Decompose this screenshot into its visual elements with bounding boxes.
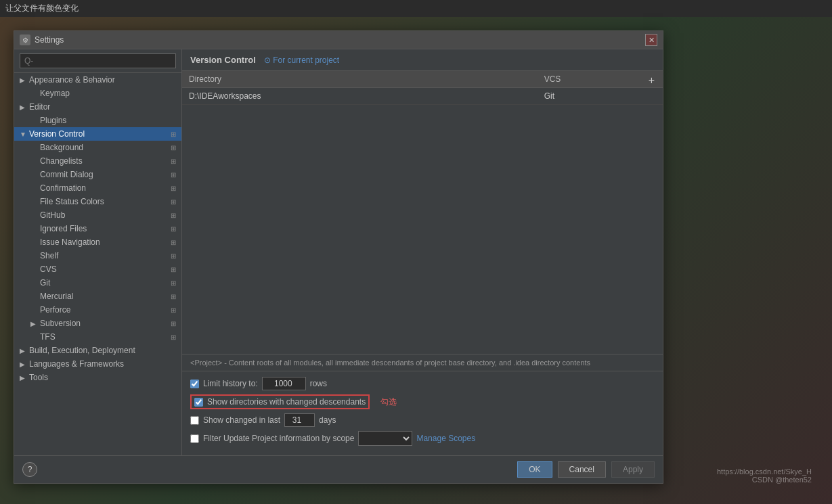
sidebar-item-tfs[interactable]: TFS⊞ <box>14 330 181 344</box>
sidebar-label-plugins: Plugins <box>40 116 173 125</box>
sidebar-suffix-issue-navigation: ⊞ <box>171 239 176 246</box>
sidebar-item-keymap[interactable]: Keymap <box>14 87 181 100</box>
sidebar-label-version-control: Version Control <box>29 129 168 139</box>
sidebar-item-confirmation[interactable]: Confirmation⊞ <box>14 181 181 195</box>
sidebar-item-plugins[interactable]: Plugins <box>14 114 181 127</box>
show-changed-label-after: days <box>319 415 336 425</box>
table-row[interactable]: D:\IDEAworkspacesGit <box>182 88 663 105</box>
sidebar-suffix-shelf: ⊞ <box>171 252 176 260</box>
sidebar-item-version-control[interactable]: ▼Version Control⊞ <box>14 127 181 141</box>
content-header: Version Control ⊙ For current project <box>182 49 663 71</box>
options-area: Limit history to: rows Show directories … <box>182 371 663 455</box>
vc-table-area: Directory VCS D:\IDEAworkspacesGit + <box>182 71 663 354</box>
search-box[interactable] <box>14 49 181 73</box>
ok-button[interactable]: OK <box>517 461 552 478</box>
sidebar-item-github[interactable]: GitHub⊞ <box>14 208 181 222</box>
sidebar-label-build-execution: Build, Execution, Deployment <box>29 346 173 355</box>
dialog-footer: ? OK Cancel Apply <box>14 455 663 483</box>
col-directory: Directory <box>182 71 538 88</box>
settings-sidebar: ▶Appearance & BehaviorKeymap▶EditorPlugi… <box>14 49 182 455</box>
sidebar-item-commit-dialog[interactable]: Commit Dialog⊞ <box>14 168 181 181</box>
sidebar-suffix-commit-dialog: ⊞ <box>171 171 176 179</box>
sidebar-item-editor[interactable]: ▶Editor <box>14 100 181 114</box>
show-changed-label-before: Show changed in last <box>203 415 280 425</box>
limit-history-checkbox[interactable] <box>190 380 199 388</box>
settings-dialog: ⚙ Settings ✕ ▶Appearance & BehaviorKeyma… <box>14 30 663 484</box>
sidebar-item-ignored-files[interactable]: Ignored Files⊞ <box>14 222 181 235</box>
sidebar-label-file-status-colors: File Status Colors <box>40 197 168 206</box>
sidebar-label-editor: Editor <box>29 102 173 112</box>
apply-button[interactable]: Apply <box>611 461 655 478</box>
sidebar-item-build-execution[interactable]: ▶Build, Execution, Deployment <box>14 344 181 357</box>
arrow-icon-editor: ▶ <box>20 104 28 111</box>
arrow-icon-tools: ▶ <box>20 374 28 382</box>
sidebar-item-appearance[interactable]: ▶Appearance & Behavior <box>14 73 181 87</box>
outer-title-text: 让父文件有颜色变化 <box>5 3 79 13</box>
watermark-line2: CSDN @theten52 <box>717 476 812 484</box>
sidebar-suffix-background: ⊞ <box>171 144 176 152</box>
current-project-link[interactable]: ⊙ For current project <box>264 55 339 65</box>
watermark: https://blog.csdn.net/Skye_H CSDN @thete… <box>717 467 812 484</box>
cell-vcs: Git <box>538 88 663 105</box>
sidebar-item-file-status-colors[interactable]: File Status Colors⊞ <box>14 195 181 208</box>
sidebar-label-appearance: Appearance & Behavior <box>29 75 173 85</box>
arrow-icon-build-execution: ▶ <box>20 347 28 354</box>
show-directories-highlight: Show directories with changed descendant… <box>190 394 370 409</box>
sidebar-label-git: Git <box>40 278 168 288</box>
footer-right: OK Cancel Apply <box>517 461 655 478</box>
dialog-body: ▶Appearance & BehaviorKeymap▶EditorPlugi… <box>14 49 663 455</box>
sidebar-suffix-subversion: ⊞ <box>171 320 176 327</box>
sidebar-suffix-changelists: ⊞ <box>171 158 176 165</box>
filter-update-checkbox[interactable] <box>190 434 199 443</box>
dialog-title-icon: ⚙ <box>20 35 30 45</box>
cell-directory: D:\IDEAworkspaces <box>182 88 538 105</box>
dialog-close-button[interactable]: ✕ <box>645 34 657 46</box>
scope-select[interactable] <box>358 431 412 446</box>
manage-scopes-link[interactable]: Manage Scopes <box>416 434 475 443</box>
sidebar-suffix-mercurial: ⊞ <box>171 293 176 300</box>
filter-update-label: Filter Update Project information by sco… <box>203 434 354 443</box>
sidebar-item-git[interactable]: Git⊞ <box>14 276 181 290</box>
sidebar-label-commit-dialog: Commit Dialog <box>40 170 168 179</box>
limit-history-label-before: Limit history to: <box>203 379 258 388</box>
filter-update-row: Filter Update Project information by sco… <box>190 431 655 446</box>
sidebar-label-confirmation: Confirmation <box>40 183 168 193</box>
col-vcs: VCS <box>538 71 663 88</box>
sidebar-label-changelists: Changelists <box>40 156 168 166</box>
sidebar-item-background[interactable]: Background⊞ <box>14 141 181 154</box>
sidebar-item-cvs[interactable]: CVS⊞ <box>14 262 181 276</box>
show-changed-checkbox[interactable] <box>190 416 199 425</box>
arrow-icon-languages-frameworks: ▶ <box>20 361 28 368</box>
limit-history-row: Limit history to: rows <box>190 377 655 390</box>
dialog-titlebar: ⚙ Settings ✕ <box>14 31 663 49</box>
sidebar-label-tfs: TFS <box>40 332 168 342</box>
dialog-titlebar-left: ⚙ Settings <box>20 35 64 45</box>
sidebar-item-tools[interactable]: ▶Tools <box>14 371 181 384</box>
sidebar-item-subversion[interactable]: ▶Subversion⊞ <box>14 317 181 330</box>
arrow-icon-version-control: ▼ <box>20 131 28 138</box>
sidebar-suffix-tfs: ⊞ <box>171 334 176 341</box>
content-title: Version Control <box>190 55 256 65</box>
add-button[interactable]: + <box>646 74 657 87</box>
sidebar-item-mercurial[interactable]: Mercurial⊞ <box>14 290 181 303</box>
sidebar-item-changelists[interactable]: Changelists⊞ <box>14 154 181 168</box>
sidebar-label-cvs: CVS <box>40 265 168 274</box>
project-note: <Project> - Content roots of all modules… <box>182 354 663 371</box>
sidebar-item-languages-frameworks[interactable]: ▶Languages & Frameworks <box>14 357 181 371</box>
search-input[interactable] <box>20 53 176 68</box>
sidebar-suffix-github: ⊞ <box>171 212 176 219</box>
limit-history-input[interactable] <box>262 377 306 390</box>
sidebar-item-shelf[interactable]: Shelf⊞ <box>14 249 181 262</box>
sidebar-label-languages-frameworks: Languages & Frameworks <box>29 359 173 369</box>
sidebar-item-issue-navigation[interactable]: Issue Navigation⊞ <box>14 235 181 249</box>
sidebar-item-perforce[interactable]: Perforce⊞ <box>14 303 181 317</box>
sidebar-label-github: GitHub <box>40 210 168 220</box>
show-directories-checkbox[interactable] <box>194 398 203 407</box>
help-button[interactable]: ? <box>22 462 37 477</box>
show-changed-input[interactable] <box>284 413 315 427</box>
sidebar-label-mercurial: Mercurial <box>40 292 168 301</box>
cancel-button[interactable]: Cancel <box>558 461 606 478</box>
arrow-icon-appearance: ▶ <box>20 76 28 84</box>
sidebar-tree: ▶Appearance & BehaviorKeymap▶EditorPlugi… <box>14 73 181 384</box>
sidebar-suffix-perforce: ⊞ <box>171 306 176 314</box>
